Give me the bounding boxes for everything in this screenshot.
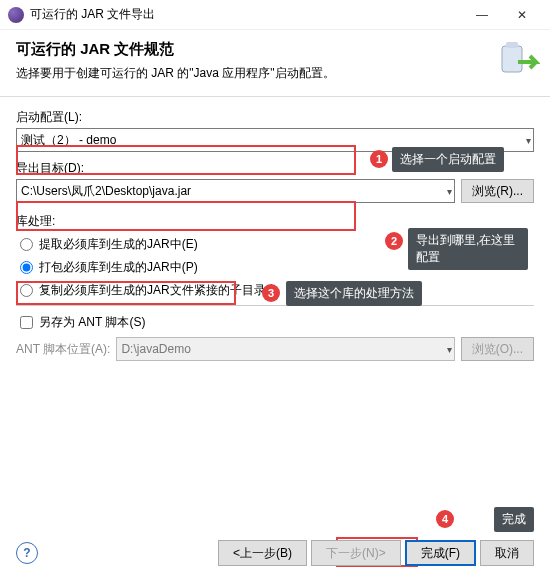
header-subtitle: 选择要用于创建可运行的 JAR 的"Java 应用程序"启动配置。 <box>16 65 534 82</box>
ant-location-value: D:\javaDemo <box>121 342 190 356</box>
jar-export-icon <box>496 38 540 82</box>
annot-3: 选择这个库的处理方法 <box>286 281 422 306</box>
chevron-down-icon: ▾ <box>447 186 452 197</box>
save-ant-checkbox[interactable] <box>20 316 33 329</box>
minimize-button[interactable]: — <box>462 1 502 29</box>
lib-option-extract-label: 提取必须库到生成的JAR中(E) <box>39 236 198 253</box>
marker-1: 1 <box>370 150 388 168</box>
back-button[interactable]: <上一步(B) <box>218 540 307 566</box>
annot-4: 完成 <box>494 507 534 532</box>
annot-2: 导出到哪里,在这里配置 <box>408 228 528 270</box>
browse-dest-button[interactable]: 浏览(R)... <box>461 179 534 203</box>
lib-option-package-label: 打包必须库到生成的JAR中(P) <box>39 259 198 276</box>
ant-location-combo: D:\javaDemo ▾ <box>116 337 454 361</box>
svg-rect-0 <box>502 46 522 72</box>
ant-location-label: ANT 脚本位置(A): <box>16 341 110 358</box>
header-title: 可运行的 JAR 文件规范 <box>16 40 534 59</box>
marker-3: 3 <box>262 284 280 302</box>
radio-copy[interactable] <box>20 284 33 297</box>
dialog-header: 可运行的 JAR 文件规范 选择要用于创建可运行的 JAR 的"Java 应用程… <box>0 30 550 97</box>
launch-config-value: 测试（2） - demo <box>21 132 116 149</box>
divider <box>16 305 534 306</box>
chevron-down-icon: ▾ <box>447 344 452 355</box>
svg-rect-1 <box>506 42 518 48</box>
finish-button[interactable]: 完成(F) <box>405 540 476 566</box>
marker-2: 2 <box>385 232 403 250</box>
cancel-button[interactable]: 取消 <box>480 540 534 566</box>
radio-package[interactable] <box>20 261 33 274</box>
radio-extract[interactable] <box>20 238 33 251</box>
chevron-down-icon: ▾ <box>526 135 531 146</box>
browse-ant-button: 浏览(O)... <box>461 337 534 361</box>
save-ant-label: 另存为 ANT 脚本(S) <box>39 314 145 331</box>
marker-4: 4 <box>436 510 454 528</box>
window-title: 可运行的 JAR 文件导出 <box>30 6 462 23</box>
help-button[interactable]: ? <box>16 542 38 564</box>
annot-1: 选择一个启动配置 <box>392 147 504 172</box>
next-button: 下一步(N)> <box>311 540 401 566</box>
save-ant-row[interactable]: 另存为 ANT 脚本(S) <box>20 314 534 331</box>
export-dest-value: C:\Users\凤爪2\Desktop\java.jar <box>21 183 191 200</box>
export-dest-combo[interactable]: C:\Users\凤爪2\Desktop\java.jar ▾ <box>16 179 455 203</box>
app-icon <box>8 7 24 23</box>
launch-config-label: 启动配置(L): <box>16 109 534 126</box>
close-button[interactable]: ✕ <box>502 1 542 29</box>
title-bar: 可运行的 JAR 文件导出 — ✕ <box>0 0 550 30</box>
lib-option-copy-label: 复制必须库到生成的JAR文件紧接的子目录中 <box>39 282 278 299</box>
dialog-footer: ? <上一步(B) 下一步(N)> 完成(F) 取消 <box>0 540 550 566</box>
